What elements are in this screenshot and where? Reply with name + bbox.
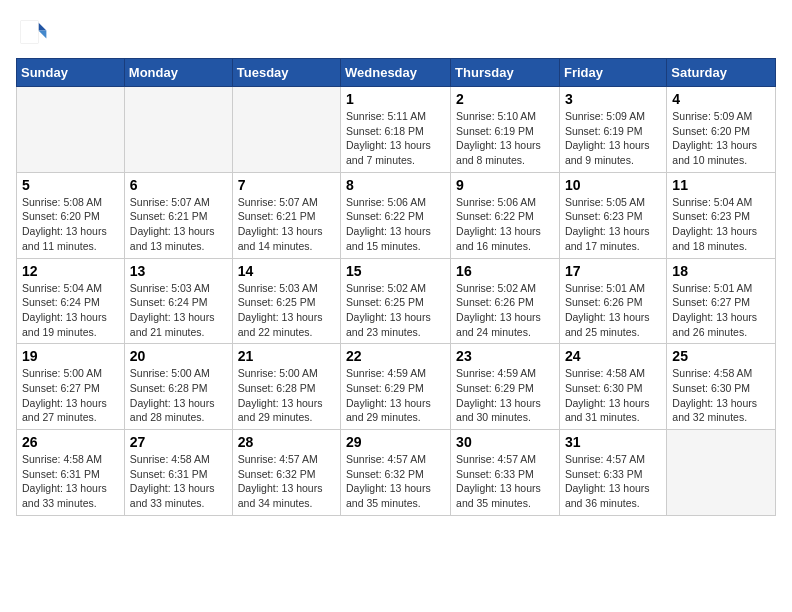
day-number: 1: [346, 91, 445, 107]
day-info: Sunrise: 5:03 AM Sunset: 6:25 PM Dayligh…: [238, 281, 335, 340]
day-cell: 31Sunrise: 4:57 AM Sunset: 6:33 PM Dayli…: [559, 430, 666, 516]
day-number: 11: [672, 177, 770, 193]
day-info: Sunrise: 4:58 AM Sunset: 6:30 PM Dayligh…: [565, 366, 661, 425]
day-info: Sunrise: 5:00 AM Sunset: 6:27 PM Dayligh…: [22, 366, 119, 425]
day-header-thursday: Thursday: [451, 59, 560, 87]
day-number: 24: [565, 348, 661, 364]
day-number: 19: [22, 348, 119, 364]
day-number: 16: [456, 263, 554, 279]
day-cell: 4Sunrise: 5:09 AM Sunset: 6:20 PM Daylig…: [667, 87, 776, 173]
calendar-header-row: SundayMondayTuesdayWednesdayThursdayFrid…: [17, 59, 776, 87]
week-row-1: 5Sunrise: 5:08 AM Sunset: 6:20 PM Daylig…: [17, 172, 776, 258]
day-number: 5: [22, 177, 119, 193]
page-header: [16, 16, 776, 48]
day-cell: 22Sunrise: 4:59 AM Sunset: 6:29 PM Dayli…: [341, 344, 451, 430]
svg-rect-3: [21, 21, 39, 43]
day-cell: [17, 87, 125, 173]
day-cell: 24Sunrise: 4:58 AM Sunset: 6:30 PM Dayli…: [559, 344, 666, 430]
day-cell: 21Sunrise: 5:00 AM Sunset: 6:28 PM Dayli…: [232, 344, 340, 430]
day-info: Sunrise: 4:59 AM Sunset: 6:29 PM Dayligh…: [456, 366, 554, 425]
day-info: Sunrise: 4:58 AM Sunset: 6:30 PM Dayligh…: [672, 366, 770, 425]
day-number: 21: [238, 348, 335, 364]
day-number: 12: [22, 263, 119, 279]
day-number: 10: [565, 177, 661, 193]
day-info: Sunrise: 5:04 AM Sunset: 6:23 PM Dayligh…: [672, 195, 770, 254]
day-number: 6: [130, 177, 227, 193]
day-header-tuesday: Tuesday: [232, 59, 340, 87]
day-info: Sunrise: 5:01 AM Sunset: 6:27 PM Dayligh…: [672, 281, 770, 340]
day-info: Sunrise: 5:07 AM Sunset: 6:21 PM Dayligh…: [238, 195, 335, 254]
day-info: Sunrise: 4:58 AM Sunset: 6:31 PM Dayligh…: [130, 452, 227, 511]
week-row-2: 12Sunrise: 5:04 AM Sunset: 6:24 PM Dayli…: [17, 258, 776, 344]
day-info: Sunrise: 4:58 AM Sunset: 6:31 PM Dayligh…: [22, 452, 119, 511]
day-info: Sunrise: 5:06 AM Sunset: 6:22 PM Dayligh…: [456, 195, 554, 254]
calendar-table: SundayMondayTuesdayWednesdayThursdayFrid…: [16, 58, 776, 516]
day-number: 25: [672, 348, 770, 364]
day-cell: [667, 430, 776, 516]
day-header-friday: Friday: [559, 59, 666, 87]
day-cell: 6Sunrise: 5:07 AM Sunset: 6:21 PM Daylig…: [124, 172, 232, 258]
day-cell: 28Sunrise: 4:57 AM Sunset: 6:32 PM Dayli…: [232, 430, 340, 516]
day-info: Sunrise: 5:09 AM Sunset: 6:20 PM Dayligh…: [672, 109, 770, 168]
day-number: 23: [456, 348, 554, 364]
day-info: Sunrise: 5:04 AM Sunset: 6:24 PM Dayligh…: [22, 281, 119, 340]
day-cell: [124, 87, 232, 173]
day-number: 13: [130, 263, 227, 279]
day-cell: 17Sunrise: 5:01 AM Sunset: 6:26 PM Dayli…: [559, 258, 666, 344]
day-cell: 2Sunrise: 5:10 AM Sunset: 6:19 PM Daylig…: [451, 87, 560, 173]
day-header-sunday: Sunday: [17, 59, 125, 87]
day-number: 3: [565, 91, 661, 107]
day-cell: 27Sunrise: 4:58 AM Sunset: 6:31 PM Dayli…: [124, 430, 232, 516]
day-cell: 5Sunrise: 5:08 AM Sunset: 6:20 PM Daylig…: [17, 172, 125, 258]
day-info: Sunrise: 5:07 AM Sunset: 6:21 PM Dayligh…: [130, 195, 227, 254]
day-info: Sunrise: 5:05 AM Sunset: 6:23 PM Dayligh…: [565, 195, 661, 254]
day-cell: 7Sunrise: 5:07 AM Sunset: 6:21 PM Daylig…: [232, 172, 340, 258]
day-cell: 16Sunrise: 5:02 AM Sunset: 6:26 PM Dayli…: [451, 258, 560, 344]
day-number: 29: [346, 434, 445, 450]
day-number: 22: [346, 348, 445, 364]
day-info: Sunrise: 5:03 AM Sunset: 6:24 PM Dayligh…: [130, 281, 227, 340]
day-number: 26: [22, 434, 119, 450]
day-cell: 23Sunrise: 4:59 AM Sunset: 6:29 PM Dayli…: [451, 344, 560, 430]
day-cell: 12Sunrise: 5:04 AM Sunset: 6:24 PM Dayli…: [17, 258, 125, 344]
day-info: Sunrise: 4:59 AM Sunset: 6:29 PM Dayligh…: [346, 366, 445, 425]
day-info: Sunrise: 5:09 AM Sunset: 6:19 PM Dayligh…: [565, 109, 661, 168]
day-header-saturday: Saturday: [667, 59, 776, 87]
day-cell: 9Sunrise: 5:06 AM Sunset: 6:22 PM Daylig…: [451, 172, 560, 258]
day-number: 18: [672, 263, 770, 279]
day-info: Sunrise: 5:00 AM Sunset: 6:28 PM Dayligh…: [238, 366, 335, 425]
day-info: Sunrise: 5:01 AM Sunset: 6:26 PM Dayligh…: [565, 281, 661, 340]
day-info: Sunrise: 5:11 AM Sunset: 6:18 PM Dayligh…: [346, 109, 445, 168]
day-header-monday: Monday: [124, 59, 232, 87]
day-cell: 25Sunrise: 4:58 AM Sunset: 6:30 PM Dayli…: [667, 344, 776, 430]
day-cell: 26Sunrise: 4:58 AM Sunset: 6:31 PM Dayli…: [17, 430, 125, 516]
day-info: Sunrise: 5:02 AM Sunset: 6:26 PM Dayligh…: [456, 281, 554, 340]
week-row-4: 26Sunrise: 4:58 AM Sunset: 6:31 PM Dayli…: [17, 430, 776, 516]
day-number: 17: [565, 263, 661, 279]
day-info: Sunrise: 5:08 AM Sunset: 6:20 PM Dayligh…: [22, 195, 119, 254]
day-cell: 11Sunrise: 5:04 AM Sunset: 6:23 PM Dayli…: [667, 172, 776, 258]
day-cell: 14Sunrise: 5:03 AM Sunset: 6:25 PM Dayli…: [232, 258, 340, 344]
day-number: 15: [346, 263, 445, 279]
day-cell: 15Sunrise: 5:02 AM Sunset: 6:25 PM Dayli…: [341, 258, 451, 344]
day-number: 8: [346, 177, 445, 193]
logo: [16, 16, 52, 48]
day-info: Sunrise: 5:10 AM Sunset: 6:19 PM Dayligh…: [456, 109, 554, 168]
day-number: 2: [456, 91, 554, 107]
day-cell: 29Sunrise: 4:57 AM Sunset: 6:32 PM Dayli…: [341, 430, 451, 516]
day-info: Sunrise: 4:57 AM Sunset: 6:32 PM Dayligh…: [238, 452, 335, 511]
day-cell: 3Sunrise: 5:09 AM Sunset: 6:19 PM Daylig…: [559, 87, 666, 173]
week-row-0: 1Sunrise: 5:11 AM Sunset: 6:18 PM Daylig…: [17, 87, 776, 173]
day-number: 28: [238, 434, 335, 450]
day-info: Sunrise: 4:57 AM Sunset: 6:32 PM Dayligh…: [346, 452, 445, 511]
day-header-wednesday: Wednesday: [341, 59, 451, 87]
day-number: 31: [565, 434, 661, 450]
day-number: 20: [130, 348, 227, 364]
day-cell: 20Sunrise: 5:00 AM Sunset: 6:28 PM Dayli…: [124, 344, 232, 430]
day-cell: 8Sunrise: 5:06 AM Sunset: 6:22 PM Daylig…: [341, 172, 451, 258]
day-number: 30: [456, 434, 554, 450]
day-info: Sunrise: 5:06 AM Sunset: 6:22 PM Dayligh…: [346, 195, 445, 254]
day-number: 7: [238, 177, 335, 193]
day-cell: 10Sunrise: 5:05 AM Sunset: 6:23 PM Dayli…: [559, 172, 666, 258]
day-info: Sunrise: 5:00 AM Sunset: 6:28 PM Dayligh…: [130, 366, 227, 425]
